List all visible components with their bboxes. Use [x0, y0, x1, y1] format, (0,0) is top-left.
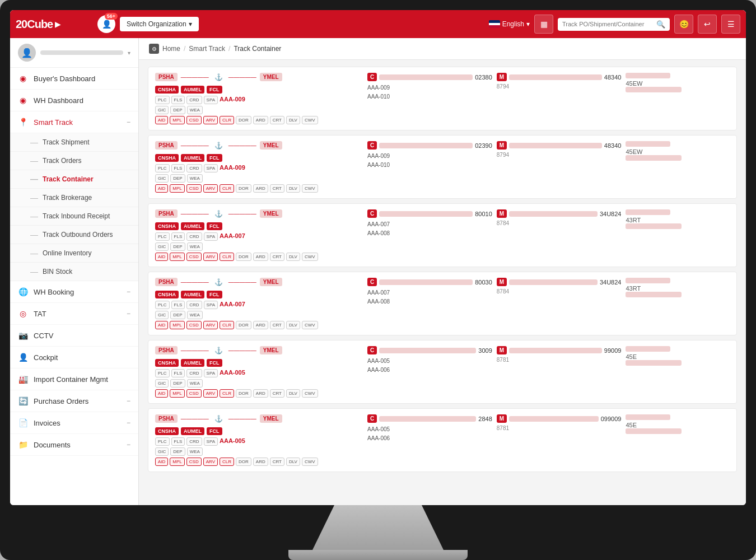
pill-status[interactable]: CRT — [270, 184, 284, 193]
pill-status[interactable]: CWV — [302, 253, 318, 261]
sidebar-item-cockpit[interactable]: 👤 Cockpit — [10, 347, 138, 368]
pill[interactable]: SPA — [204, 232, 218, 241]
sub-track-inbound[interactable]: — Track Inbound Receipt — [10, 207, 138, 226]
po-link[interactable]: AAA-005 — [220, 369, 245, 377]
expand-icon[interactable]: − — [127, 419, 130, 427]
sidebar-item-buyers-dashboard[interactable]: ◉ Buyer's Dashboard — [10, 68, 138, 90]
pill[interactable]: FLS — [171, 437, 185, 446]
sidebar-item-wh-dashboard[interactable]: ◉ WH Dashboard — [10, 90, 138, 111]
sidebar-item-smart-track[interactable]: 📍 Smart Track − — [10, 111, 138, 133]
pill-status[interactable]: CRT — [270, 389, 284, 398]
pill-status[interactable]: DLV — [286, 389, 300, 398]
monitor-icon-btn[interactable]: ▦ — [534, 15, 553, 34]
sidebar-item-purchase-orders[interactable]: 🔄 Purchase Orders − — [10, 390, 138, 412]
pill-status[interactable]: CLR — [220, 458, 234, 466]
pill-status[interactable]: AID — [155, 458, 168, 466]
pill-status[interactable]: DOR — [236, 321, 251, 329]
expand-icon[interactable]: − — [127, 397, 130, 405]
pill[interactable]: FLS — [171, 301, 185, 309]
sub-track-brokerage[interactable]: — Track Brokerage — [10, 189, 138, 207]
notification-badge[interactable]: 👤 56+ — [97, 15, 115, 33]
pill[interactable]: DEP — [170, 379, 185, 388]
pill-status[interactable]: MPL — [170, 389, 184, 398]
pill-status[interactable]: ARD — [253, 184, 268, 193]
expand-icon[interactable]: − — [127, 441, 130, 449]
pill[interactable]: GIC — [155, 242, 169, 251]
pill-status[interactable]: ARV — [203, 389, 218, 398]
pill-status[interactable]: MPL — [170, 184, 184, 193]
pill-status[interactable]: DOR — [236, 253, 251, 261]
pill-status[interactable]: ARV — [203, 321, 218, 329]
sub-online-inventory[interactable]: — Online Inventory — [10, 244, 138, 263]
pill-status[interactable]: CRT — [270, 116, 284, 124]
pill-status[interactable]: CLR — [220, 321, 234, 329]
sub-bin-stock[interactable]: — BIN Stock — [10, 263, 138, 281]
pill[interactable]: SPA — [204, 96, 218, 104]
pill-status[interactable]: ARV — [203, 458, 218, 466]
breadcrumb-home[interactable]: Home — [162, 45, 180, 53]
pill[interactable]: DEP — [170, 242, 185, 251]
pill-status[interactable]: ARV — [203, 116, 218, 124]
expand-icon[interactable]: − — [127, 288, 130, 296]
pill-status[interactable]: CWV — [302, 389, 318, 398]
pill[interactable]: FLS — [171, 369, 185, 377]
pill[interactable]: CRD — [186, 164, 202, 172]
refresh-btn[interactable]: ↩ — [698, 15, 717, 34]
pill[interactable]: GIC — [155, 379, 169, 388]
pill[interactable]: SPA — [204, 164, 218, 172]
pill-status[interactable]: AID — [155, 389, 168, 398]
pill-status[interactable]: AID — [155, 253, 168, 261]
pill-status[interactable]: CLR — [220, 116, 234, 124]
pill-status[interactable]: CLR — [220, 253, 234, 261]
pill[interactable]: FLS — [171, 96, 185, 104]
pill[interactable]: CRD — [186, 301, 202, 309]
pill-status[interactable]: ARV — [203, 253, 218, 261]
menu-btn[interactable]: ☰ — [721, 15, 740, 34]
pill[interactable]: WEA — [187, 447, 203, 456]
pill-status[interactable]: CSD — [186, 321, 202, 329]
pill-status[interactable]: MPL — [170, 253, 184, 261]
pill-status[interactable]: CSD — [186, 116, 202, 124]
pill[interactable]: PLC — [155, 301, 170, 309]
pill-status[interactable]: CSD — [186, 458, 202, 466]
switch-org-button[interactable]: Switch Organization ▾ — [120, 17, 199, 31]
pill-status[interactable]: CWV — [302, 321, 318, 329]
pill-status[interactable]: AID — [155, 116, 168, 124]
pill[interactable]: WEA — [187, 311, 203, 319]
breadcrumb-section[interactable]: Smart Track — [189, 45, 225, 53]
pill-status[interactable]: DLV — [286, 458, 300, 466]
collapse-icon[interactable]: − — [127, 118, 130, 126]
sidebar-item-wh-booking[interactable]: 🌐 WH Booking − — [10, 281, 138, 303]
sub-track-outbound[interactable]: — Track Outbound Orders — [10, 226, 138, 244]
pill-status[interactable]: ARD — [253, 321, 268, 329]
pill[interactable]: FLS — [171, 164, 185, 172]
pill-status[interactable]: CWV — [302, 116, 318, 124]
po-link[interactable]: AAA-009 — [220, 164, 245, 172]
pill-status[interactable]: ARD — [253, 253, 268, 261]
sidebar-item-import-container[interactable]: 🏭 Import Container Mgmt — [10, 368, 138, 390]
pill-status[interactable]: ARD — [253, 116, 268, 124]
po-link[interactable]: AAA-007 — [220, 232, 245, 241]
pill-status[interactable]: CRT — [270, 253, 284, 261]
user-profile-btn[interactable]: 😊 — [674, 15, 693, 34]
po-link[interactable]: AAA-009 — [220, 96, 245, 104]
pill-status[interactable]: DLV — [286, 253, 300, 261]
pill-status[interactable]: CRT — [270, 321, 284, 329]
pill-status[interactable]: CLR — [220, 184, 234, 193]
pill-status[interactable]: CSD — [186, 253, 202, 261]
pill-status[interactable]: DOR — [236, 184, 251, 193]
pill-status[interactable]: CLR — [220, 389, 234, 398]
pill[interactable]: GIC — [155, 447, 169, 456]
pill-status[interactable]: DLV — [286, 321, 300, 329]
pill[interactable]: FLS — [171, 232, 185, 241]
sub-track-shipment[interactable]: — Track Shipment — [10, 133, 138, 152]
pill-status[interactable]: DLV — [286, 116, 300, 124]
language-selector[interactable]: English ▾ — [489, 20, 530, 28]
sub-track-orders[interactable]: — Track Orders — [10, 152, 138, 170]
pill[interactable]: CRD — [186, 369, 202, 377]
pill[interactable]: SPA — [204, 301, 218, 309]
pill-status[interactable]: ARD — [253, 389, 268, 398]
pill-status[interactable]: ARD — [253, 458, 268, 466]
pill-status[interactable]: CWV — [302, 458, 318, 466]
pill[interactable]: WEA — [187, 174, 203, 183]
